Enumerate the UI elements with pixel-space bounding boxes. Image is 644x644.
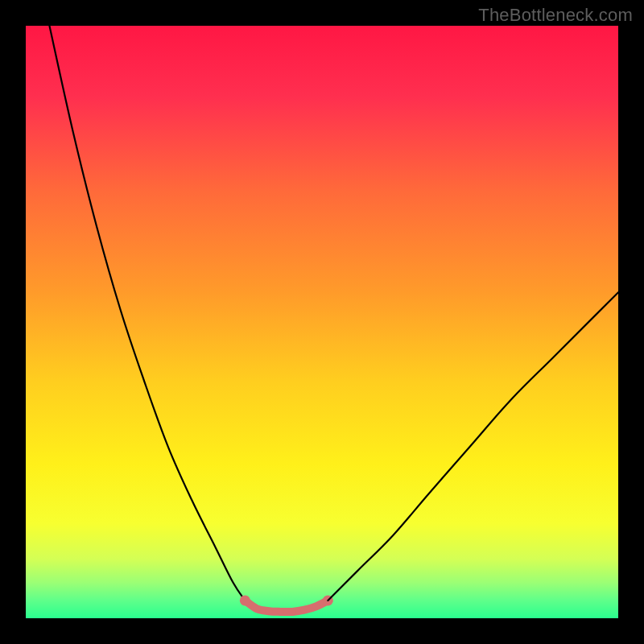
- chart-frame: TheBottleneck.com: [0, 0, 644, 644]
- bottleneck-chart: [26, 26, 618, 618]
- gradient-backdrop: [26, 26, 618, 618]
- watermark-text: TheBottleneck.com: [478, 5, 633, 26]
